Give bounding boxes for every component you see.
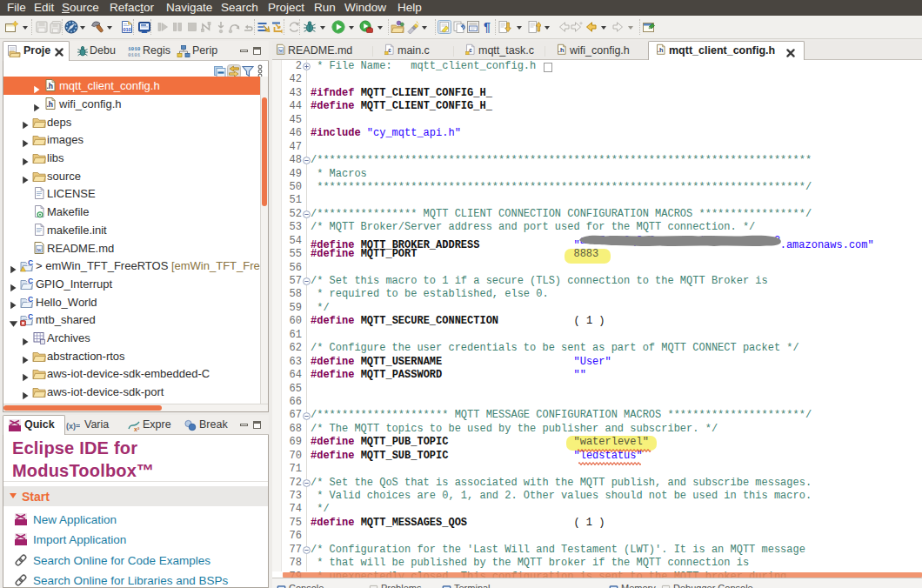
svg-text:0101: 0101 — [128, 52, 141, 58]
svg-text:C: C — [28, 295, 33, 304]
svg-text:x²: x² — [134, 426, 140, 432]
svg-text:.h: .h — [46, 100, 53, 109]
svg-text:w: w — [279, 48, 284, 53]
svg-text:C: C — [28, 258, 33, 267]
svg-text:C: C — [28, 312, 33, 321]
svg-text:010: 010 — [123, 27, 130, 32]
svg-text:.h: .h — [558, 46, 564, 54]
svg-text:(x)=: (x)= — [66, 422, 80, 431]
svg-text:.h: .h — [658, 46, 663, 54]
svg-text:¶: ¶ — [484, 20, 491, 34]
svg-text:1010: 1010 — [128, 46, 141, 52]
svg-text:.h: .h — [46, 82, 53, 90]
svg-text:C: C — [28, 277, 33, 285]
